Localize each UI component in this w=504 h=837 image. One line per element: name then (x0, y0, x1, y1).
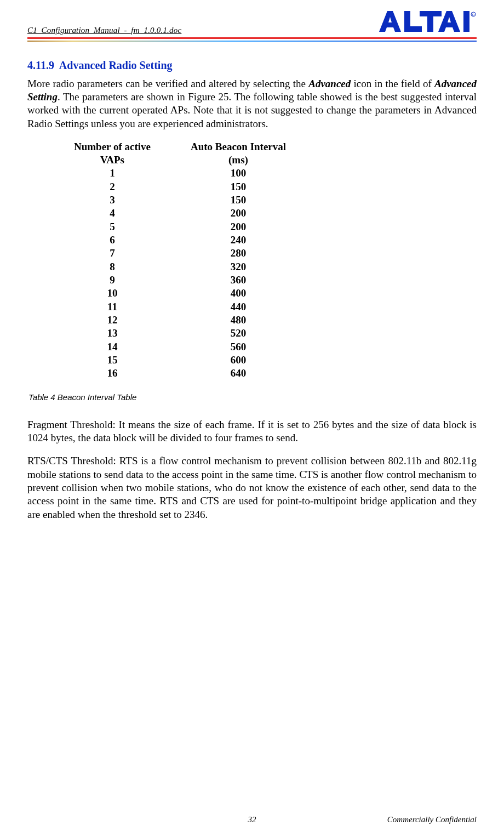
header-rule (27, 37, 477, 42)
table-cell-vap: 13 (52, 327, 173, 340)
intro-paragraph: More radio parameters can be verified an… (27, 77, 477, 130)
section-number: 4.11.9 (27, 59, 54, 71)
table-row: 9360 (52, 274, 304, 287)
table-cell-vap: 15 (52, 354, 173, 367)
table-row: 6240 (52, 234, 304, 247)
table-row: 8320 (52, 260, 304, 274)
table-header-col2: Auto Beacon Interval (ms) (173, 140, 304, 167)
fragment-paragraph: Fragment Threshold: It means the size of… (27, 418, 477, 445)
table-row: 15600 (52, 354, 304, 367)
table-cell-interval: 150 (173, 193, 304, 207)
table-cell-interval: 560 (173, 340, 304, 354)
table-cell-interval: 150 (173, 180, 304, 193)
table-cell-interval: 400 (173, 287, 304, 300)
table-header-col1-line2: VAPs (100, 154, 124, 166)
table-row: 5200 (52, 220, 304, 234)
table-cell-vap: 11 (52, 300, 173, 314)
table-row: 16640 (52, 367, 304, 380)
table-cell-interval: 440 (173, 300, 304, 314)
table-header-col2-line1: Auto Beacon Interval (191, 141, 286, 152)
table-cell-vap: 9 (52, 274, 173, 287)
table-cell-interval: 520 (173, 327, 304, 340)
table-cell-interval: 200 (173, 220, 304, 234)
table-cell-vap: 5 (52, 220, 173, 234)
table-header-col2-line2: (ms) (228, 154, 248, 166)
table-cell-interval: 320 (173, 260, 304, 274)
section-heading: 4.11.9 Advanced Radio Setting (27, 59, 477, 73)
table-cell-vap: 8 (52, 260, 173, 274)
rtscts-paragraph: RTS/CTS Threshold: RTS is a flow control… (27, 454, 477, 521)
confidential-label: Commercially Confidential (387, 815, 477, 824)
intro-text-3: . The parameters are shown in Figure 25.… (27, 91, 477, 129)
table-cell-vap: 2 (52, 180, 173, 193)
table-cell-vap: 7 (52, 247, 173, 260)
table-cell-vap: 16 (52, 367, 173, 380)
page-header: C1_Configuration_Manual_-_fm_1.0.0.1.doc… (27, 0, 477, 37)
logo: R (378, 10, 477, 35)
table-row: 14560 (52, 340, 304, 354)
table-cell-interval: 600 (173, 354, 304, 367)
table-cell-interval: 360 (173, 274, 304, 287)
table-row: 7280 (52, 247, 304, 260)
table-row: 1100 (52, 167, 304, 180)
table-cell-vap: 1 (52, 167, 173, 180)
table-cell-interval: 100 (173, 167, 304, 180)
table-cell-vap: 4 (52, 207, 173, 220)
page-number: 32 (248, 815, 256, 824)
svg-text:R: R (472, 13, 475, 16)
intro-em1: Advanced (308, 78, 351, 89)
table-header-col1-line1: Number of active (74, 141, 151, 152)
table-cell-vap: 12 (52, 314, 173, 327)
table-cell-vap: 14 (52, 340, 173, 354)
content: 4.11.9 Advanced Radio Setting More radio… (27, 42, 477, 521)
table-row: 2150 (52, 180, 304, 193)
table-row: 11440 (52, 300, 304, 314)
intro-text-2: icon in the field of (351, 78, 434, 89)
table-row: 10400 (52, 287, 304, 300)
section-title: Advanced Radio Setting (59, 59, 173, 71)
table-cell-vap: 10 (52, 287, 173, 300)
table-header-col1: Number of active VAPs (52, 140, 173, 167)
table-cell-interval: 280 (173, 247, 304, 260)
table-row: 4200 (52, 207, 304, 220)
table-cell-interval: 200 (173, 207, 304, 220)
intro-text-1: More radio parameters can be verified an… (27, 78, 308, 89)
altai-logo-icon: R (378, 10, 477, 33)
table-cell-vap: 3 (52, 193, 173, 207)
table-cell-interval: 640 (173, 367, 304, 380)
table-cell-vap: 6 (52, 234, 173, 247)
table-cell-interval: 240 (173, 234, 304, 247)
table-row: 12480 (52, 314, 304, 327)
table-cell-interval: 480 (173, 314, 304, 327)
doc-title: C1_Configuration_Manual_-_fm_1.0.0.1.doc (27, 26, 181, 35)
table-row: 3150 (52, 193, 304, 207)
table-caption: Table 4 Beacon Interval Table (28, 392, 477, 402)
table-row: 13520 (52, 327, 304, 340)
beacon-interval-table: Number of active VAPs Auto Beacon Interv… (52, 140, 304, 380)
